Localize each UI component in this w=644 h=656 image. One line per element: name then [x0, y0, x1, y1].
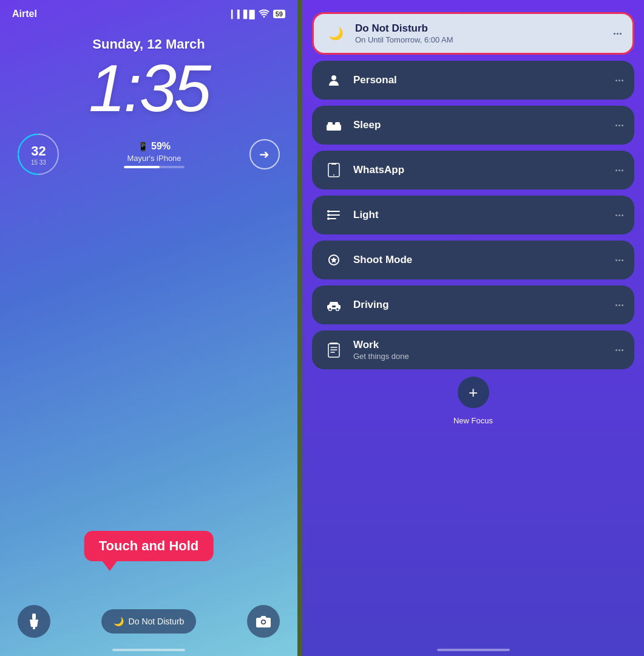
info-row: 32 15 33 📱 59% Mayur's iPhone ➜: [18, 134, 279, 175]
focus-item-title: WhatsApp: [353, 164, 607, 176]
focus-item-title: Driving: [353, 299, 607, 311]
phone-icon: 📱: [138, 142, 148, 151]
home-indicator: [112, 649, 185, 651]
moon-focus-icon: 🌙: [325, 22, 347, 44]
svg-point-4: [262, 621, 265, 624]
wifi-icon: [259, 9, 269, 19]
svg-point-5: [331, 75, 336, 80]
svg-rect-19: [332, 306, 336, 307]
battery-bar: [124, 166, 185, 168]
focus-item-title: Sleep: [353, 119, 607, 131]
tooltip-arrow: [103, 561, 117, 571]
focus-item-text: Light: [353, 209, 607, 221]
battery-label: 59: [273, 10, 285, 18]
more-options-button[interactable]: [615, 259, 623, 261]
signal-icon: ▎▍▋█: [231, 10, 255, 19]
svg-rect-2: [33, 627, 35, 629]
personal-icon: [323, 69, 345, 91]
focus-item-text: Personal: [353, 74, 607, 86]
focus-item-text: Driving: [353, 299, 607, 311]
focus-item-work[interactable]: Work Get things done: [312, 330, 634, 369]
focus-item-subtitle: Get things done: [353, 352, 607, 361]
focus-item-shoot-mode[interactable]: Shoot Mode: [312, 241, 634, 279]
dnd-button[interactable]: 🌙 Do Not Disturb: [101, 609, 197, 634]
focus-item-title: Light: [353, 209, 607, 221]
svg-rect-20: [328, 344, 339, 357]
more-options-button[interactable]: [615, 80, 623, 81]
camera-button[interactable]: [247, 605, 280, 638]
focus-item-text: Work Get things done: [353, 339, 607, 361]
svg-point-14: [327, 214, 330, 216]
focus-item-title: Work: [353, 339, 607, 351]
svg-point-9: [333, 174, 334, 176]
lock-screen: Airtel ▎▍▋█ 59 Sunday, 12 March 1:35 32 …: [0, 0, 297, 656]
svg-rect-8: [335, 122, 340, 126]
more-options-button[interactable]: [615, 125, 623, 126]
tooltip-container: Touch and Hold: [84, 531, 214, 571]
more-options-button[interactable]: [615, 214, 623, 216]
focus-item-light[interactable]: Light: [312, 196, 634, 234]
battery-percent: 📱 59%: [138, 141, 171, 152]
unlock-arrow-button[interactable]: ➜: [249, 139, 280, 169]
device-name: Mayur's iPhone: [127, 154, 181, 163]
new-focus-button[interactable]: +: [458, 377, 489, 408]
more-options-button[interactable]: [615, 304, 623, 306]
light-icon: [323, 204, 345, 226]
driving-icon: [323, 294, 345, 316]
svg-point-13: [327, 210, 330, 213]
sleep-icon: [323, 114, 345, 136]
tooltip-bubble: Touch and Hold: [84, 531, 214, 561]
focus-item-sleep[interactable]: Sleep: [312, 106, 634, 145]
focus-item-text: Sleep: [353, 119, 607, 131]
svg-rect-7: [328, 122, 333, 126]
carrier-label: Airtel: [12, 9, 37, 19]
work-icon: [323, 339, 345, 361]
home-indicator: [437, 649, 510, 651]
battery-fill: [124, 166, 160, 168]
status-icons: ▎▍▋█ 59: [231, 9, 285, 19]
focus-item-title: Do Not Disturb: [355, 22, 605, 35]
more-options-button[interactable]: [615, 169, 623, 171]
more-options-button[interactable]: [615, 349, 623, 351]
svg-point-18: [336, 308, 339, 311]
svg-marker-1: [30, 620, 38, 627]
more-options-button[interactable]: [614, 33, 622, 35]
flashlight-button[interactable]: [18, 605, 50, 638]
panel-divider: [297, 0, 302, 656]
focus-item-whatsapp[interactable]: WhatsApp: [312, 151, 634, 190]
svg-rect-0: [32, 613, 36, 620]
new-focus-label: New Focus: [453, 416, 493, 425]
focus-item-personal[interactable]: Personal: [312, 61, 634, 100]
focus-item-title: Shoot Mode: [353, 254, 607, 266]
focus-item-driving[interactable]: Driving: [312, 285, 634, 324]
focus-item-text: Do Not Disturb On Until Tomorrow, 6:00 A…: [355, 22, 605, 44]
svg-point-15: [327, 217, 330, 220]
focus-item-text: WhatsApp: [353, 164, 607, 176]
whatsapp-icon: [323, 159, 345, 181]
time-display: 1:35: [89, 55, 209, 121]
focus-item-subtitle: On Until Tomorrow, 6:00 AM: [355, 35, 605, 44]
focus-item-do-not-disturb[interactable]: 🌙 Do Not Disturb On Until Tomorrow, 6:00…: [312, 12, 634, 55]
device-info: 📱 59% Mayur's iPhone: [124, 141, 185, 168]
shoot-mode-icon: [323, 249, 345, 271]
focus-item-title: Personal: [353, 74, 607, 86]
temperature-widget: 32 15 33: [18, 134, 59, 175]
dnd-label: Do Not Disturb: [129, 617, 185, 626]
focus-item-text: Shoot Mode: [353, 254, 607, 266]
status-bar: Airtel ▎▍▋█ 59: [0, 0, 297, 19]
svg-point-17: [329, 308, 332, 311]
moon-icon: 🌙: [114, 617, 124, 626]
focus-panel: 🌙 Do Not Disturb On Until Tomorrow, 6:00…: [302, 0, 644, 656]
temp-range: 15 33: [31, 159, 46, 166]
bottom-bar: 🌙 Do Not Disturb: [18, 605, 279, 638]
